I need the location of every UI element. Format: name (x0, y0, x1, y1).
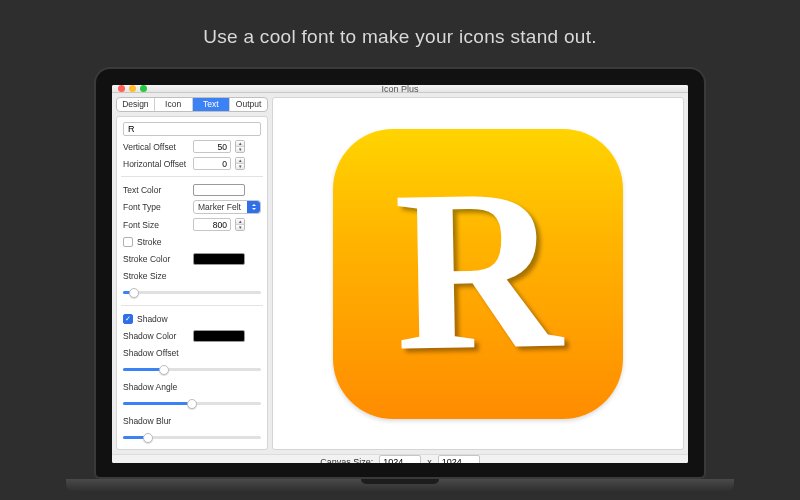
vertical-offset-stepper[interactable]: ▴▾ (235, 140, 245, 153)
stroke-size-label: Stroke Size (123, 271, 189, 281)
titlebar: Icon Plus (112, 85, 688, 93)
canvas-size-sep: x (427, 457, 432, 463)
laptop-base (66, 479, 734, 493)
icon-letter: R (393, 153, 563, 386)
canvas-size-label: Canvas Size: (320, 457, 373, 463)
tab-text[interactable]: Text (193, 98, 231, 111)
canvas-height-input[interactable] (438, 455, 480, 463)
font-type-label: Font Type (123, 202, 189, 212)
horizontal-offset-input[interactable] (193, 157, 231, 170)
stroke-checkbox[interactable] (123, 237, 133, 247)
font-type-select[interactable]: Marker Felt (193, 200, 261, 214)
icon-preview: R (333, 129, 623, 419)
shadow-label: Shadow (137, 314, 168, 324)
tab-design[interactable]: Design (117, 98, 155, 111)
canvas-width-input[interactable] (379, 455, 421, 463)
font-type-value: Marker Felt (198, 202, 241, 212)
horizontal-offset-label: Horizontal Offset (123, 159, 189, 169)
letter-input[interactable] (123, 122, 261, 136)
shadow-angle-label: Shadow Angle (123, 382, 189, 392)
shadow-offset-label: Shadow Offset (123, 348, 189, 358)
shadow-checkbox[interactable]: ✓ (123, 314, 133, 324)
chevron-updown-icon (247, 201, 260, 213)
text-panel: Vertical Offset ▴▾ Horizontal Offset ▴▾ … (116, 116, 268, 450)
tab-icon[interactable]: Icon (155, 98, 193, 111)
sidebar: Design Icon Text Output Vertical Offset … (116, 97, 268, 450)
shadow-color-swatch[interactable] (193, 330, 245, 342)
footer: Canvas Size: x (112, 454, 688, 463)
laptop-mockup: Icon Plus Design Icon Text Output Vertic… (94, 67, 706, 493)
vertical-offset-input[interactable] (193, 140, 231, 153)
app-window: Icon Plus Design Icon Text Output Vertic… (112, 85, 688, 463)
text-color-label: Text Color (123, 185, 189, 195)
stroke-label: Stroke (137, 237, 162, 247)
shadow-angle-slider[interactable] (123, 398, 261, 410)
shadow-color-label: Shadow Color (123, 331, 189, 341)
font-size-stepper[interactable]: ▴▾ (235, 218, 245, 231)
shadow-blur-slider[interactable] (123, 432, 261, 444)
horizontal-offset-stepper[interactable]: ▴▾ (235, 157, 245, 170)
vertical-offset-label: Vertical Offset (123, 142, 189, 152)
shadow-offset-slider[interactable] (123, 364, 261, 376)
window-title: Icon Plus (112, 85, 688, 94)
stroke-color-label: Stroke Color (123, 254, 189, 264)
stroke-size-slider[interactable] (123, 287, 261, 299)
text-color-swatch[interactable] (193, 184, 245, 196)
tab-output[interactable]: Output (230, 98, 267, 111)
shadow-blur-label: Shadow Blur (123, 416, 189, 426)
stroke-color-swatch[interactable] (193, 253, 245, 265)
marketing-tagline: Use a cool font to make your icons stand… (0, 0, 800, 48)
font-size-input[interactable] (193, 218, 231, 231)
font-size-label: Font Size (123, 220, 189, 230)
canvas-preview: R (272, 97, 684, 450)
panel-tabs: Design Icon Text Output (116, 97, 268, 112)
